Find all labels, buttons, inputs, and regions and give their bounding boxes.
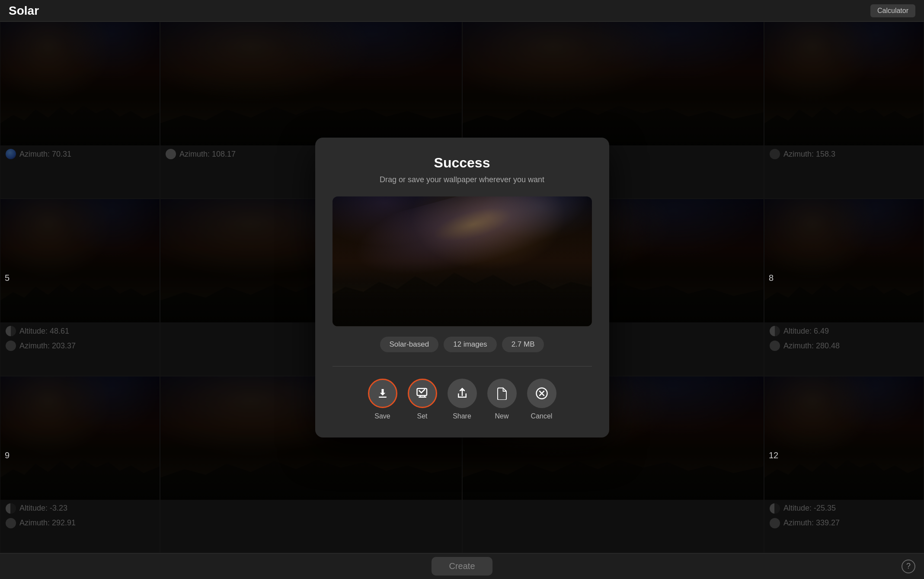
calculator-button[interactable]: Calculator bbox=[870, 4, 915, 17]
help-button[interactable]: ? bbox=[902, 560, 915, 573]
cancel-icon bbox=[535, 387, 548, 400]
success-dialog: Success Drag or save your wallpaper wher… bbox=[315, 138, 609, 437]
tag-row: Solar-based 12 images 2.7 MB bbox=[333, 337, 592, 352]
app-title: Solar bbox=[9, 4, 39, 18]
tag-image-count: 12 images bbox=[444, 337, 496, 352]
create-button[interactable]: Create bbox=[432, 557, 492, 576]
tile-number-8: 8 bbox=[769, 273, 774, 283]
set-icon bbox=[416, 387, 429, 400]
set-label: Set bbox=[417, 412, 427, 420]
share-button[interactable]: Share bbox=[448, 379, 477, 420]
cancel-button[interactable]: Cancel bbox=[527, 379, 556, 420]
save-icon-wrap bbox=[368, 379, 397, 408]
set-button[interactable]: Set bbox=[408, 379, 437, 420]
tile-number-9: 9 bbox=[5, 450, 10, 460]
tag-file-size: 2.7 MB bbox=[502, 337, 544, 352]
set-icon-wrap bbox=[408, 379, 437, 408]
new-icon bbox=[496, 387, 508, 400]
save-icon bbox=[376, 387, 389, 400]
tile-number-5: 5 bbox=[5, 273, 10, 283]
wallpaper-preview[interactable] bbox=[333, 196, 592, 326]
title-bar: Solar Calculator bbox=[0, 0, 924, 22]
share-label: Share bbox=[453, 412, 471, 420]
save-button[interactable]: Save bbox=[368, 379, 397, 420]
cancel-icon-wrap bbox=[527, 379, 556, 408]
new-icon-wrap bbox=[487, 379, 517, 408]
new-button[interactable]: New bbox=[487, 379, 517, 420]
new-label: New bbox=[495, 412, 508, 420]
dialog-subtitle: Drag or save your wallpaper wherever you… bbox=[333, 175, 592, 184]
tag-solar-based: Solar-based bbox=[380, 337, 439, 352]
dialog-title: Success bbox=[333, 155, 592, 171]
lake-reflection bbox=[333, 281, 592, 326]
bottom-bar: Create ? bbox=[0, 553, 924, 579]
action-row: Save Set bbox=[333, 379, 592, 420]
dialog-separator bbox=[333, 366, 592, 367]
tile-number-12: 12 bbox=[769, 450, 778, 460]
share-icon bbox=[456, 387, 469, 400]
save-label: Save bbox=[374, 412, 390, 420]
share-icon-wrap bbox=[448, 379, 477, 408]
cancel-label: Cancel bbox=[531, 412, 553, 420]
milky-way-effect bbox=[333, 196, 592, 307]
dialog-backdrop: Success Drag or save your wallpaper wher… bbox=[0, 22, 924, 553]
